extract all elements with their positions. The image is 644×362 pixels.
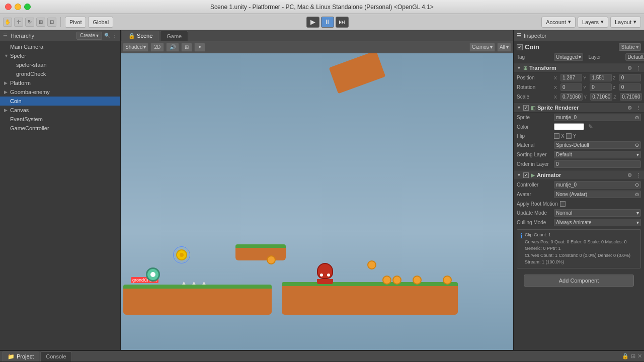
all-layers-button[interactable]: All ▾: [497, 43, 511, 52]
hierarchy-title: Hierarchy: [11, 33, 34, 39]
scale-z-field: Z 0.71060: [613, 93, 642, 101]
hierarchy-item-gamecontroller[interactable]: GameController: [0, 124, 120, 133]
effects-button[interactable]: ✦: [194, 43, 205, 52]
project-tab-icon: 📁: [8, 353, 15, 360]
sprite-dropdown[interactable]: muntje_0 ⊙: [554, 114, 641, 121]
pos-x-input[interactable]: 1.287: [560, 74, 582, 81]
minimize-button[interactable]: [15, 4, 21, 10]
sorting-dropdown[interactable]: Default ▾: [554, 151, 641, 158]
anim-gear-icon[interactable]: ⚙: [627, 172, 632, 178]
pivot-button[interactable]: Pivot: [65, 17, 86, 28]
tag-dropdown[interactable]: Untagged ▾: [554, 53, 583, 61]
scale-tool-icon[interactable]: ⊞: [36, 18, 45, 27]
rotation-label: Rotation: [517, 84, 552, 90]
global-button[interactable]: Global: [88, 17, 113, 28]
stats-button[interactable]: ⊞: [181, 43, 192, 52]
play-controls: ▶ ⏸ ⏭: [115, 17, 539, 28]
hierarchy-item-canvas[interactable]: ▶ Canvas: [0, 106, 120, 115]
layout-button[interactable]: Layout ▾: [610, 17, 641, 28]
hierarchy-item-coin[interactable]: Coin: [0, 97, 120, 106]
color-label: Color: [517, 124, 552, 130]
bottom-lock-icon[interactable]: 🔒: [622, 353, 629, 359]
traffic-lights: [5, 4, 31, 10]
flip-y-checkbox[interactable]: [566, 133, 572, 139]
hierarchy-item-speler-staan[interactable]: speler-staan: [0, 60, 120, 69]
avatar-dropdown[interactable]: None (Avatar) ⊙: [554, 191, 641, 198]
pos-z-input[interactable]: 0: [619, 74, 641, 81]
scale-x-input[interactable]: 0.71060: [560, 93, 583, 101]
anim-enabled-checkbox[interactable]: ✓: [523, 172, 529, 178]
rot-z-input[interactable]: 0: [619, 83, 641, 91]
culling-mode-dropdown[interactable]: Always Animate ▾: [554, 219, 641, 226]
close-button[interactable]: [5, 4, 12, 10]
step-button[interactable]: ⏭: [336, 17, 349, 28]
sprite-renderer-section[interactable]: ▼ ✓ ◧ Sprite Renderer ⚙ ⋮: [514, 103, 644, 113]
layers-button[interactable]: Layers ▾: [578, 17, 608, 28]
apply-root-motion-label: Apply Root Motion: [517, 201, 558, 207]
sprite-renderer-title: Sprite Renderer: [537, 105, 579, 111]
shading-dropdown[interactable]: Shaded ▾: [123, 43, 148, 52]
hand-tool-icon[interactable]: ✋: [3, 18, 12, 27]
dimension-toggle[interactable]: 2D: [150, 43, 164, 52]
avatar-row: Avatar None (Avatar) ⊙: [514, 190, 644, 199]
pos-y-input[interactable]: 1.551: [590, 74, 611, 81]
hierarchy-create-button[interactable]: Create ▾: [76, 32, 102, 40]
static-button[interactable]: Static ▾: [619, 43, 641, 51]
hierarchy-item-speler[interactable]: ▼ Speler: [0, 51, 120, 60]
transform-options-icon[interactable]: ⋮: [636, 65, 641, 71]
update-mode-dropdown[interactable]: Normal ▾: [554, 209, 641, 217]
rot-x-input[interactable]: 0: [560, 83, 582, 91]
ground-platform-left: [123, 285, 272, 315]
account-button[interactable]: Account ▾: [541, 17, 576, 28]
sr-gear-icon[interactable]: ⚙: [627, 105, 632, 111]
move-tool-icon[interactable]: ✛: [14, 18, 23, 27]
gizmos-button[interactable]: Gizmos ▾: [469, 43, 495, 52]
hierarchy-item-eventsystem[interactable]: EventSystem: [0, 115, 120, 124]
object-enabled-checkbox[interactable]: ✓: [517, 44, 523, 50]
animator-section[interactable]: ▼ ✓ ▶ Animator ⚙ ⋮: [514, 170, 644, 180]
sr-enabled-checkbox[interactable]: ✓: [523, 105, 529, 111]
hierarchy-item-main-camera[interactable]: Main Camera: [0, 42, 120, 51]
rot-y-input[interactable]: 0: [590, 83, 611, 91]
hierarchy-item-grondcheck[interactable]: grondCheck: [0, 69, 120, 78]
coin-object[interactable]: [176, 249, 187, 260]
scene-viewport[interactable]: ▲ ▲ ▲ grondCheck: [121, 53, 513, 350]
layer-dropdown[interactable]: Default ▾: [625, 53, 644, 61]
tab-console[interactable]: Console: [40, 351, 71, 361]
anim-options-icon[interactable]: ⋮: [636, 172, 641, 178]
tab-game[interactable]: Game: [160, 31, 188, 41]
add-component-button[interactable]: Add Component: [524, 275, 634, 287]
rotate-tool-icon[interactable]: ↻: [25, 18, 34, 27]
project-tab-label: Project: [17, 353, 34, 359]
hierarchy-icon: ☰: [3, 33, 8, 38]
color-picker[interactable]: [554, 123, 584, 130]
order-input[interactable]: 0: [554, 160, 641, 168]
tab-project[interactable]: 📁 Project: [2, 351, 39, 361]
tab-scene[interactable]: 🔒 Scene: [122, 31, 159, 41]
play-button[interactable]: ▶: [306, 17, 319, 28]
maximize-button[interactable]: [24, 4, 31, 10]
hierarchy-item-platform[interactable]: ▶ Platform: [0, 78, 120, 87]
scale-z-input[interactable]: 0.71060: [620, 93, 642, 101]
hierarchy-filter-icon: ⋮: [112, 33, 117, 38]
center-area: 🔒 Scene Game Shaded ▾ 2D 🔊 ⊞ ✦ Gizmos ▾: [121, 30, 513, 350]
color-eyedropper-icon[interactable]: ✎: [588, 123, 593, 130]
bottom-layout-icon[interactable]: ⊞: [631, 353, 635, 359]
inspector-panel: ☰ Inspector ✓ Coin Static ▾ Tag Untagged…: [513, 30, 644, 350]
scale-y-input[interactable]: 0.71060: [590, 93, 612, 101]
material-dropdown[interactable]: Sprites-Default ⊙: [554, 141, 641, 149]
flip-x-checkbox[interactable]: [554, 133, 559, 139]
hierarchy-item-goomba-enemy[interactable]: ▶ Goomba-enemy: [0, 87, 120, 97]
transform-section[interactable]: ▼ ⊞ Transform ⚙ ⋮: [514, 63, 644, 73]
sr-options-icon[interactable]: ⋮: [636, 105, 641, 111]
bottom-close-icon[interactable]: ✕: [637, 353, 642, 359]
apply-root-motion-checkbox[interactable]: [560, 201, 566, 207]
hierarchy-search-icon[interactable]: 🔍: [104, 33, 110, 38]
sorting-row: Sorting Layer Default ▾: [514, 150, 644, 159]
position-xyz: X 1.287 Y 1.551 Z 0: [554, 74, 641, 81]
controller-dropdown[interactable]: muntje_0 ⊙: [554, 181, 641, 189]
audio-toggle[interactable]: 🔊: [166, 43, 179, 52]
transform-gear-icon[interactable]: ⚙: [627, 65, 632, 71]
pause-button[interactable]: ⏸: [321, 17, 334, 28]
rect-tool-icon[interactable]: ⊡: [47, 18, 56, 27]
